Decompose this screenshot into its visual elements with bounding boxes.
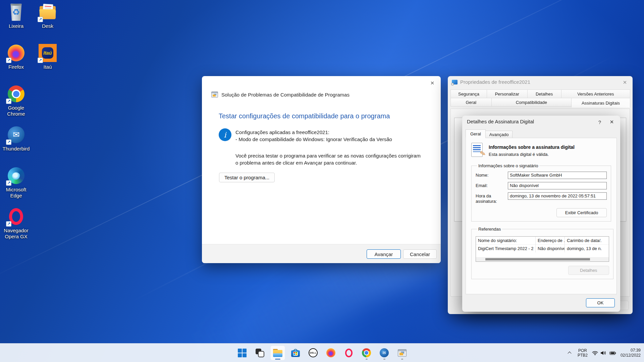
column-header-timestamp[interactable]: Carimbo de data/. xyxy=(565,237,609,245)
scrollbar-thumb[interactable] xyxy=(485,258,590,260)
close-icon[interactable]: ✕ xyxy=(620,78,630,87)
shortcut-arrow-icon: ↗ xyxy=(38,58,43,63)
tab-detalhes[interactable]: Detalhes xyxy=(527,89,561,98)
tab-geral[interactable]: Geral xyxy=(450,98,492,107)
shortcut-arrow-icon: ↗ xyxy=(6,99,11,104)
signature-tab-page: ✎ Informações sobre a assinatura digital… xyxy=(466,138,617,294)
next-button[interactable]: Avançar xyxy=(367,249,401,259)
pencil-icon: ✎ xyxy=(479,149,486,158)
countersignatures-group-label: Referendas xyxy=(477,227,502,232)
countersignatures-table: Nome do signatário: DigiCert Timestamp 2… xyxy=(476,236,609,262)
recycle-bin-icon: ♻ xyxy=(10,4,22,21)
desktop-icon-google-chrome[interactable]: ↗ Google Chrome xyxy=(0,84,32,117)
tab-seguranca[interactable]: Segurança xyxy=(450,89,487,98)
close-icon[interactable]: ✕ xyxy=(427,79,437,87)
desktop-icon-opera-gx[interactable]: ↗ Navegador Opera GX xyxy=(0,207,32,240)
dialog-footer: Avançar Cancelar xyxy=(202,244,441,263)
running-indicator xyxy=(401,359,403,360)
dell-button[interactable]: DELL xyxy=(306,346,321,360)
dell-icon: DELL xyxy=(309,348,318,357)
table-cell[interactable]: Não disponível xyxy=(536,245,565,252)
desktop-icon-firefox[interactable]: ↗ Firefox xyxy=(0,44,32,70)
horizontal-scrollbar[interactable] xyxy=(476,257,609,261)
running-indicator xyxy=(383,359,385,360)
desktop-icon-label: Firefox xyxy=(0,64,32,70)
system-tray: POR PTB2 07:39 02/12/ xyxy=(566,344,641,362)
microsoft-store-icon xyxy=(291,349,300,357)
thunderbird-icon: ✉ xyxy=(380,348,389,357)
help-icon[interactable]: ? xyxy=(595,118,604,126)
applied-settings-text: Configurações aplicadas a freeoffice2021… xyxy=(235,128,392,143)
desktop-icon-itau[interactable]: Itaú ↗ Itaú xyxy=(32,44,64,70)
desktop-icon-label: Thunderbird xyxy=(0,146,32,152)
tab-geral[interactable]: Geral xyxy=(466,129,486,138)
battery-charging-icon xyxy=(609,351,616,355)
thunderbird-button[interactable]: ✉ xyxy=(377,346,392,360)
desktop-icon-microsoft-edge[interactable]: ↗ Microsoft Edge xyxy=(0,166,32,199)
firefox-icon xyxy=(326,348,335,357)
tab-versoes-anteriores[interactable]: Versões Anteriores xyxy=(561,89,630,98)
column-header-signer-name[interactable]: Nome do signatário: xyxy=(476,237,535,245)
table-cell[interactable]: DigiCert Timestamp 2022 - 2 xyxy=(476,245,535,252)
task-view-button[interactable] xyxy=(253,346,267,360)
tab-compatibilidade[interactable]: Compatibilidade xyxy=(491,98,572,107)
troubleshooter-icon xyxy=(211,92,218,98)
language-indicator[interactable]: POR PTB2 xyxy=(578,348,588,358)
chrome-icon xyxy=(362,348,371,357)
desktop-icon-label: Google Chrome xyxy=(0,105,32,117)
test-program-button[interactable]: Testar o programa... xyxy=(219,173,275,182)
desktop-icon-label: Lixeira xyxy=(0,23,32,29)
email-field-label: Email: xyxy=(476,182,508,188)
signature-document-icon: ✎ xyxy=(471,143,485,158)
email-field[interactable]: Não disponível xyxy=(508,182,607,189)
info-icon: i xyxy=(219,128,231,141)
shortcut-arrow-icon: ↗ xyxy=(6,221,11,227)
table-cell[interactable]: domingo, 13 de n. xyxy=(565,245,609,252)
file-explorer-button[interactable] xyxy=(270,346,285,360)
wifi-icon xyxy=(592,351,598,355)
window-title: Propriedades de freeoffice2021 xyxy=(460,79,530,85)
page-title: Testar configurações de compatibilidade … xyxy=(219,112,429,120)
details-button: Detalhes xyxy=(568,266,609,275)
system-status-icons[interactable] xyxy=(592,351,616,355)
signing-time-field[interactable]: domingo, 13 de novembro de 2022 05:57:51 xyxy=(508,192,607,200)
tray-date: 02/12/2022 xyxy=(621,353,641,358)
task-view-icon xyxy=(256,349,264,357)
name-field[interactable]: SoftMaker Software GmbH xyxy=(508,172,607,179)
shortcut-arrow-icon: ↗ xyxy=(6,139,11,145)
microsoft-store-button[interactable] xyxy=(288,346,303,360)
troubleshooter-button[interactable] xyxy=(395,346,410,360)
properties-app-icon xyxy=(452,80,458,84)
taskbar: DELL ✉ POR PTB2 xyxy=(0,343,644,362)
chrome-button[interactable] xyxy=(359,346,374,360)
tab-assinaturas-digitais[interactable]: Assinaturas Digitais xyxy=(571,98,630,108)
name-field-label: Nome: xyxy=(476,172,508,178)
close-icon[interactable]: ✕ xyxy=(607,118,617,126)
ok-button[interactable]: OK xyxy=(586,298,615,307)
shortcut-arrow-icon: ↗ xyxy=(38,17,43,22)
view-certificate-button[interactable]: Exibir Certificado xyxy=(556,208,607,217)
opera-gx-icon xyxy=(345,349,353,357)
running-indicator xyxy=(366,359,368,360)
compatibility-troubleshooter-window: ✕ Solução de Problemas de Compatibilidad… xyxy=(202,76,441,263)
desktop-icon-desk-folder[interactable]: ↗ Desk xyxy=(32,3,64,29)
instructions-text: Você precisa testar o programa para veri… xyxy=(235,152,421,166)
desktop-icon-recycle-bin[interactable]: ♻ Lixeira xyxy=(0,3,32,29)
cancel-button[interactable]: Cancelar xyxy=(403,249,437,259)
clock[interactable]: 07:39 02/12/2022 xyxy=(621,348,641,358)
file-explorer-icon xyxy=(273,349,282,357)
desktop-icon-thunderbird[interactable]: ✉ ↗ Thunderbird xyxy=(0,125,32,152)
opera-gx-button[interactable] xyxy=(341,346,356,360)
desktop-icon-label: Microsoft Edge xyxy=(0,187,32,199)
desktop-icon-label: Navegador Opera GX xyxy=(0,228,32,240)
tab-personalizar[interactable]: Personalizar xyxy=(487,89,528,98)
tab-avancado[interactable]: Avançado xyxy=(485,131,513,138)
start-button[interactable] xyxy=(235,346,250,360)
signing-time-field-label: Hora da assinatura: xyxy=(476,192,508,204)
hidden-icons-chevron[interactable] xyxy=(566,349,573,357)
firefox-button[interactable] xyxy=(324,346,338,360)
signer-info-group: Informações sobre o signatário Nome: Sof… xyxy=(471,163,611,222)
column-header-email[interactable]: Endereço de ... xyxy=(536,237,565,245)
folder-icon: ↗ xyxy=(38,3,57,21)
signer-info-group-label: Informações sobre o signatário xyxy=(477,163,539,168)
